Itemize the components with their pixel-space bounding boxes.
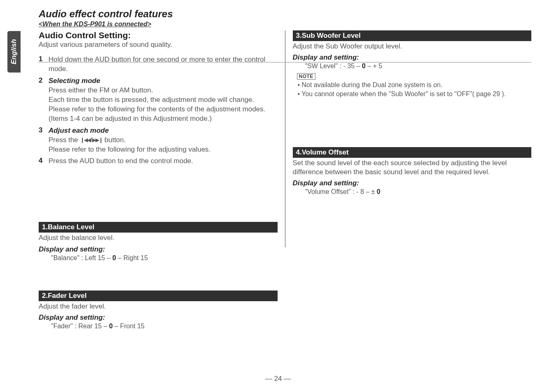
fader-value-post: – Front 15	[113, 323, 144, 330]
step-number: 3	[39, 126, 49, 154]
fader-section-bar: 2.Fader Level	[39, 291, 278, 301]
step-heading: Adjust each mode	[49, 126, 211, 136]
fader-value-pre: "Fader" : Rear 15 –	[51, 323, 109, 330]
balance-value-pre: "Balance" : Left 15 –	[51, 254, 112, 261]
fader-desc: Adjust the fader level.	[39, 302, 278, 311]
note-item: You cannot operate when the "Sub Woofer"…	[298, 90, 532, 99]
balance-value-post: – Right 15	[116, 254, 148, 261]
step-text: Press either the FM or AM button. Each t…	[49, 86, 265, 122]
subwoofer-section-bar: 3.Sub Woofer Level	[293, 30, 532, 41]
subwoofer-value-post: – + 5	[366, 62, 382, 69]
audio-control-desc: Adjust various parameters of sound quali…	[39, 40, 278, 49]
balance-value-bold: 0	[112, 254, 116, 261]
display-setting-label: Display and setting:	[39, 245, 278, 254]
display-setting-label: Display and setting:	[293, 53, 532, 62]
column-divider	[285, 30, 285, 247]
language-tab: English	[7, 31, 21, 72]
page-title: Audio effect control features	[39, 8, 531, 20]
skip-prev-icon: ❙◀◀	[80, 136, 90, 144]
step-text-pre: Press the	[49, 136, 80, 144]
step-number: 2	[39, 76, 49, 124]
volume-offset-desc: Set the sound level of the each source s…	[293, 159, 532, 177]
display-setting-label: Display and setting:	[293, 179, 532, 187]
audio-control-heading: Audio Control Setting:	[39, 30, 278, 40]
fader-value-bold: 0	[109, 323, 113, 330]
step-text: Press the AUD button to end the control …	[49, 157, 193, 166]
skip-next-icon: ▶▶❙	[92, 136, 102, 144]
page-number: — 24 —	[0, 375, 556, 383]
step-text: Hold down the AUD button for one second …	[49, 55, 278, 74]
volume-value-pre: "Volume Offset" : - 8 – ±	[305, 188, 377, 195]
step-number: 4	[39, 157, 49, 166]
volume-value-bold: 0	[377, 188, 380, 195]
display-setting-label: Display and setting:	[39, 314, 278, 322]
subwoofer-value-bold: 0	[362, 62, 366, 69]
step-heading: Selecting mode	[49, 76, 278, 86]
note-badge: NOTE	[297, 73, 315, 80]
note-item: Not available during the Dual zone syste…	[298, 81, 532, 90]
page-subtitle: <When the KDS-P901 is connected>	[39, 21, 531, 28]
subwoofer-value-pre: "SW Level" : - 35 –	[305, 62, 362, 69]
subwoofer-desc: Adjust the Sub Woofer output level.	[293, 42, 532, 51]
step-number: 1	[39, 55, 49, 74]
balance-desc: Adjust the balance level.	[39, 233, 278, 242]
horizontal-divider	[39, 62, 531, 62]
volume-offset-section-bar: 4.Volume Offset	[293, 147, 532, 158]
balance-section-bar: 1.Balance Level	[39, 222, 278, 233]
